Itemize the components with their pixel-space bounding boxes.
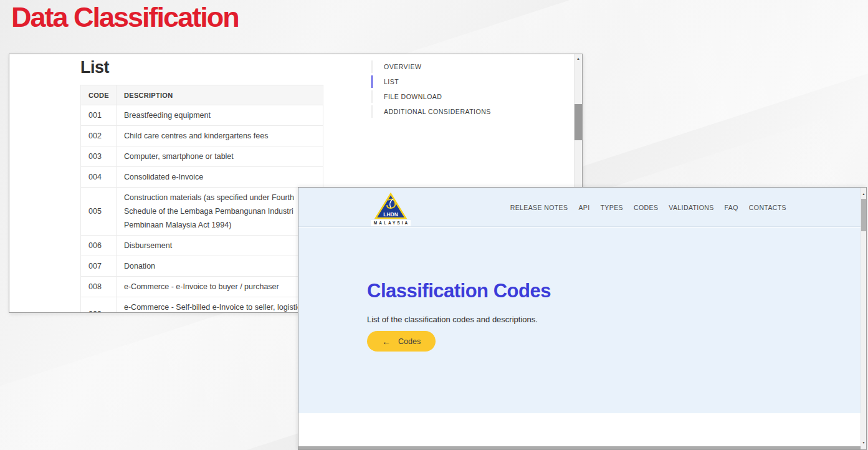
toc-item-list[interactable]: LIST bbox=[371, 75, 491, 88]
hero-title: Classification Codes bbox=[367, 280, 551, 302]
code-cell: 002 bbox=[81, 126, 117, 146]
scroll-up-icon[interactable]: ▲ bbox=[861, 191, 866, 197]
code-cell: 009 bbox=[81, 297, 117, 314]
list-heading: List bbox=[80, 58, 109, 77]
description-cell: e-Commerce - Self-billed e-Invoice to se… bbox=[117, 297, 323, 314]
description-cell: Construction materials (as specified und… bbox=[117, 188, 323, 236]
description-cell: Consolidated e-Invoice bbox=[117, 167, 323, 188]
code-cell: 007 bbox=[81, 256, 117, 277]
code-cell: 008 bbox=[81, 277, 117, 297]
description-cell: Child care centres and kindergartens fee… bbox=[117, 126, 323, 146]
codes-horizontal-scrollbar[interactable] bbox=[298, 446, 861, 449]
description-cell: Disbursement bbox=[117, 236, 323, 256]
table-row: 009 e-Commerce - Self-billed e-Invoice t… bbox=[81, 297, 323, 314]
codes-window: LHDN MALAYSIA RELEASE NOTES API TYPES CO… bbox=[298, 187, 867, 450]
column-header-description: DESCRIPTION bbox=[117, 85, 323, 105]
lhdn-logo-icon: LHDN bbox=[374, 193, 407, 219]
description-cell: Donation bbox=[117, 256, 323, 277]
toc-item-additional-considerations[interactable]: ADDITIONAL CONSIDERATIONS bbox=[371, 105, 491, 118]
content-strip bbox=[298, 413, 861, 448]
page-toc: OVERVIEW LIST FILE DOWNLOAD ADDITIONAL C… bbox=[371, 60, 491, 120]
table-row: 007 Donation bbox=[81, 256, 323, 277]
scroll-up-icon[interactable]: ▲ bbox=[575, 55, 582, 62]
nav-item-types[interactable]: TYPES bbox=[601, 204, 623, 211]
description-cell: Breastfeeding equipment bbox=[117, 105, 323, 126]
left-arrow-icon: ← bbox=[382, 337, 391, 347]
nav-item-release-notes[interactable]: RELEASE NOTES bbox=[510, 204, 568, 211]
codes-window-scrollbar[interactable]: ▲ ▼ bbox=[861, 188, 866, 449]
codes-nav: RELEASE NOTES API TYPES CODES VALIDATION… bbox=[510, 188, 786, 227]
description-cell: Computer, smartphone or tablet bbox=[117, 146, 323, 167]
codes-button-label: Codes bbox=[398, 337, 421, 346]
toc-item-file-download[interactable]: FILE DOWNLOAD bbox=[371, 90, 491, 103]
table-row: 005 Construction materials (as specified… bbox=[81, 188, 323, 236]
table-row: 003 Computer, smartphone or tablet bbox=[81, 146, 323, 167]
table-row: 006 Disbursement bbox=[81, 236, 323, 256]
nav-item-contacts[interactable]: CONTACTS bbox=[749, 204, 786, 211]
nav-item-codes[interactable]: CODES bbox=[634, 204, 658, 211]
lhdn-logo[interactable]: LHDN MALAYSIA bbox=[371, 193, 411, 226]
code-cell: 003 bbox=[81, 146, 117, 167]
code-cell: 001 bbox=[81, 105, 117, 126]
scroll-down-icon[interactable]: ▼ bbox=[861, 440, 866, 446]
table-row: 008 e-Commerce - e-Invoice to buyer / pu… bbox=[81, 277, 323, 297]
table-row: 002 Child care centres and kindergartens… bbox=[81, 126, 323, 146]
lhdn-logo-subtext: MALAYSIA bbox=[371, 220, 411, 226]
code-cell: 004 bbox=[81, 167, 117, 188]
toc-item-overview[interactable]: OVERVIEW bbox=[371, 60, 491, 73]
codes-back-button[interactable]: ← Codes bbox=[367, 331, 436, 352]
svg-text:LHDN: LHDN bbox=[383, 211, 398, 218]
code-cell: 006 bbox=[81, 236, 117, 256]
nav-item-faq[interactable]: FAQ bbox=[725, 204, 738, 211]
description-cell: e-Commerce - e-Invoice to buyer / purcha… bbox=[117, 277, 323, 297]
scrollbar-thumb[interactable] bbox=[575, 104, 582, 140]
nav-item-validations[interactable]: VALIDATIONS bbox=[669, 204, 713, 211]
hero-subtitle: List of the classification codes and des… bbox=[367, 315, 538, 324]
table-header-row: CODE DESCRIPTION bbox=[81, 85, 323, 105]
column-header-code: CODE bbox=[81, 85, 117, 105]
nav-item-api[interactable]: API bbox=[578, 204, 589, 211]
codes-header: LHDN MALAYSIA RELEASE NOTES API TYPES CO… bbox=[298, 188, 861, 227]
table-row: 004 Consolidated e-Invoice bbox=[81, 167, 323, 188]
page-title: Data Classification bbox=[11, 1, 239, 34]
table-row: 001 Breastfeeding equipment bbox=[81, 105, 323, 126]
hero-section: Classification Codes List of the classif… bbox=[298, 227, 861, 413]
scrollbar-thumb[interactable] bbox=[861, 199, 866, 231]
classification-table: CODE DESCRIPTION 001 Breastfeeding equip… bbox=[80, 85, 323, 313]
code-cell: 005 bbox=[81, 188, 117, 236]
